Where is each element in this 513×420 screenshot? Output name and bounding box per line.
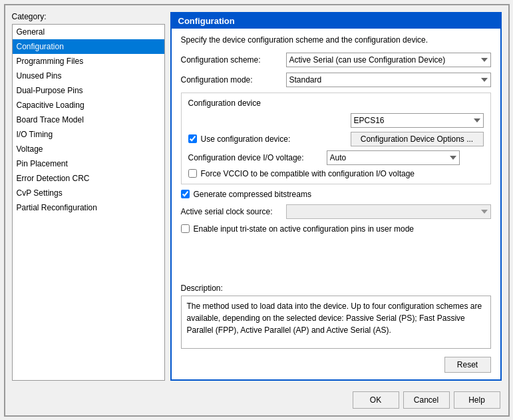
device-select[interactable]: EPCS16 xyxy=(351,113,484,128)
category-item-error-detection-crc[interactable]: Error Detection CRC xyxy=(13,171,164,186)
main-dialog: Category: GeneralConfigurationProgrammin… xyxy=(4,4,510,417)
category-item-io-timing[interactable]: I/O Timing xyxy=(13,127,164,142)
description-section: Description: The method used to load dat… xyxy=(181,284,491,349)
config-options-button[interactable]: Configuration Device Options ... xyxy=(351,132,484,146)
active-clock-label: Active serial clock source: xyxy=(181,207,281,216)
active-clock-row: Active serial clock source: xyxy=(181,204,491,219)
main-content: Specify the device configuration scheme … xyxy=(172,29,500,379)
category-item-dual-purpose-pins[interactable]: Dual-Purpose Pins xyxy=(13,83,164,98)
force-vccio-label: Force VCCIO to be compatible with config… xyxy=(201,169,415,178)
config-device-section: Configuration device EPCS16 Use configur… xyxy=(181,93,491,184)
generate-compressed-row: Generate compressed bitstreams xyxy=(181,190,491,199)
category-label: Category: xyxy=(12,12,165,21)
enable-tristate-checkbox[interactable] xyxy=(181,224,190,233)
help-button[interactable]: Help xyxy=(454,391,500,409)
main-panel: Configuration Specify the device configu… xyxy=(170,12,502,381)
category-item-voltage[interactable]: Voltage xyxy=(13,142,164,156)
reset-row: Reset xyxy=(181,354,491,373)
scheme-select[interactable]: Active Serial (can use Configuration Dev… xyxy=(286,53,491,67)
device-select-row: EPCS16 xyxy=(188,113,484,128)
vio-label: Configuration device I/O voltage: xyxy=(188,153,321,162)
vio-select[interactable]: Auto xyxy=(327,150,460,165)
category-item-programming-files[interactable]: Programming Files xyxy=(13,54,164,69)
description-text: Specify the device configuration scheme … xyxy=(181,35,491,45)
force-vccio-row: Force VCCIO to be compatible with config… xyxy=(188,169,484,178)
category-item-pin-placement[interactable]: Pin Placement xyxy=(13,156,164,171)
desc-section-label: Description: xyxy=(181,284,491,293)
ok-button[interactable]: OK xyxy=(353,391,399,409)
category-item-capacitive-loading[interactable]: Capacitive Loading xyxy=(13,98,164,112)
category-item-partial-reconfiguration[interactable]: Partial Reconfiguration xyxy=(13,200,164,215)
scheme-row: Configuration scheme: Active Serial (can… xyxy=(181,53,491,67)
category-item-general[interactable]: General xyxy=(13,25,164,39)
description-box: The method used to load data into the de… xyxy=(181,296,491,349)
use-config-checkbox[interactable] xyxy=(188,134,197,143)
mode-select[interactable]: Standard xyxy=(286,73,491,87)
category-item-cvp-settings[interactable]: CvP Settings xyxy=(13,186,164,200)
config-device-section-label: Configuration device xyxy=(188,99,484,108)
category-item-configuration[interactable]: Configuration xyxy=(13,39,164,54)
main-panel-header: Configuration xyxy=(172,13,500,29)
vio-row: Configuration device I/O voltage: Auto xyxy=(188,150,484,165)
active-clock-select[interactable] xyxy=(286,204,491,219)
enable-tristate-label: Enable input tri-state on active configu… xyxy=(194,224,415,234)
force-vccio-checkbox[interactable] xyxy=(188,169,197,178)
generate-compressed-checkbox[interactable] xyxy=(181,190,190,198)
mode-label: Configuration mode: xyxy=(181,75,281,85)
reset-button[interactable]: Reset xyxy=(444,357,491,373)
use-config-label: Use configuration device: xyxy=(201,134,291,144)
category-item-unused-pins[interactable]: Unused Pins xyxy=(13,69,164,83)
category-panel: Category: GeneralConfigurationProgrammin… xyxy=(12,12,165,381)
category-item-board-trace-model[interactable]: Board Trace Model xyxy=(13,112,164,127)
scheme-label: Configuration scheme: xyxy=(181,55,281,65)
mode-row: Configuration mode: Standard xyxy=(181,73,491,87)
enable-tristate-row: Enable input tri-state on active configu… xyxy=(181,224,491,234)
dialog-footer: OK Cancel Help xyxy=(5,387,508,415)
category-list: GeneralConfigurationProgramming FilesUnu… xyxy=(12,24,165,381)
cancel-button[interactable]: Cancel xyxy=(403,391,450,409)
generate-compressed-label: Generate compressed bitstreams xyxy=(194,190,311,199)
use-config-row: Use configuration device: Configuration … xyxy=(188,132,484,146)
